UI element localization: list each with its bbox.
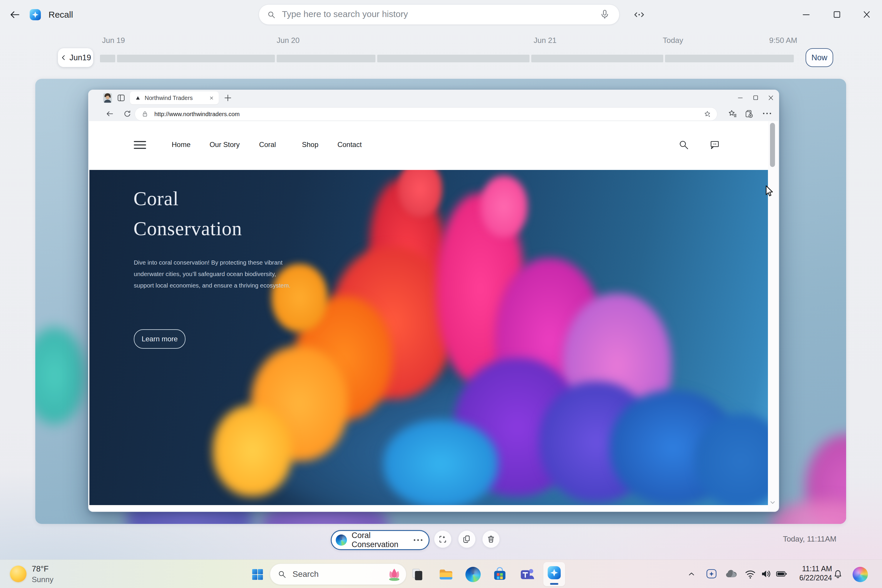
recall-logo-icon — [546, 564, 562, 581]
clock-date: 6/22/2024 — [794, 573, 832, 582]
app-icon-teams[interactable] — [519, 566, 536, 583]
recall-outline-icon — [705, 568, 718, 580]
delete-button[interactable] — [483, 531, 500, 548]
back-button[interactable] — [9, 9, 21, 21]
scroll-down-arrow-icon[interactable] — [770, 501, 775, 504]
browser-maximize-button[interactable] — [752, 94, 759, 101]
app-icon-edge[interactable] — [465, 566, 481, 583]
site-header: Home Our Story Coral Shop Contact — [89, 121, 778, 170]
scrollbar-thumb[interactable] — [770, 123, 775, 167]
site-menu-icon[interactable] — [133, 140, 147, 150]
tray-onedrive-icon[interactable] — [724, 567, 738, 580]
scrubber-icon — [633, 8, 646, 21]
site-favicon — [135, 95, 141, 100]
microphone-icon[interactable] — [600, 9, 610, 20]
nav-link-contact[interactable]: Contact — [338, 141, 362, 149]
tray-wifi-icon[interactable] — [744, 567, 757, 580]
browser-tab[interactable]: Northwind Traders — [130, 92, 219, 104]
hero-title-line2: Conservation — [134, 213, 242, 243]
browser-minimize-button[interactable] — [736, 94, 744, 101]
snapshot-footer-bar: Coral Conservation Today, 11:11AM — [0, 525, 882, 557]
close-icon — [861, 9, 873, 20]
timeline-segment[interactable] — [377, 55, 530, 62]
window-maximize-button[interactable] — [831, 9, 843, 20]
browser-back-icon[interactable] — [105, 110, 114, 118]
tray-volume-icon[interactable] — [760, 567, 772, 580]
pill-more-icon[interactable] — [413, 538, 423, 542]
nav-link-our-story[interactable]: Our Story — [210, 141, 240, 149]
timeline-date-label: Jun 20 — [277, 36, 300, 45]
nav-link-home[interactable]: Home — [172, 141, 190, 149]
jump-to-date-button[interactable]: Jun19 — [58, 48, 93, 67]
window-close-button[interactable] — [861, 9, 873, 20]
page-scrollbar[interactable] — [768, 121, 778, 511]
browser-refresh-icon[interactable] — [123, 110, 132, 118]
timeline-date-label: Today — [663, 36, 683, 45]
nav-link-shop[interactable]: Shop — [302, 141, 318, 149]
favorites-icon[interactable] — [728, 109, 737, 118]
timeline: Jun 19 Jun 20 Jun 21 Today 9:50 AM Jun19… — [0, 29, 882, 76]
weather-temp: 78°F — [32, 564, 48, 574]
app-icon-task-window[interactable] — [409, 566, 426, 583]
tray-recall-icon[interactable] — [705, 567, 718, 580]
timeline-segment[interactable] — [117, 55, 275, 62]
timeline-segment[interactable] — [100, 55, 115, 62]
recall-app-window: Recall Type here to search your history … — [0, 0, 882, 588]
plus-icon — [224, 93, 232, 102]
site-search-icon[interactable] — [678, 139, 689, 150]
coral-art — [480, 176, 527, 237]
app-icon-store[interactable] — [491, 566, 508, 583]
copy-button[interactable] — [458, 531, 476, 548]
now-button[interactable]: Now — [806, 48, 833, 67]
timeline-scrubber-button[interactable] — [633, 8, 646, 21]
chevron-left-icon — [60, 54, 67, 61]
copilot-button[interactable] — [851, 566, 869, 583]
app-icon-file-explorer[interactable] — [437, 566, 455, 583]
collections-icon[interactable] — [744, 109, 754, 118]
snapshot-source-pill[interactable]: Coral Conservation — [331, 530, 429, 550]
copy-icon — [462, 535, 471, 544]
minimize-icon — [800, 9, 812, 20]
lock-icon — [141, 111, 148, 118]
tray-battery-icon[interactable] — [774, 567, 789, 580]
bell-icon — [832, 568, 844, 580]
history-search-bar[interactable]: Type here to search your history — [259, 4, 620, 25]
search-icon — [267, 10, 276, 20]
snapshot-viewer[interactable]: Northwind Traders — [35, 79, 846, 524]
browser-toolbar: http://www.northwindtraders.com — [88, 106, 779, 121]
address-bar[interactable]: http://www.northwindtraders.com — [135, 107, 717, 121]
webpage-viewport: Home Our Story Coral Shop Contact — [89, 121, 778, 511]
browser-tab-strip: Northwind Traders — [88, 90, 779, 106]
learn-more-button[interactable]: Learn more — [134, 329, 186, 349]
new-tab-button[interactable] — [224, 93, 232, 102]
browser-window[interactable]: Northwind Traders — [88, 90, 779, 512]
tray-chevron-up[interactable] — [686, 568, 697, 579]
taskbar-search-box[interactable]: Search — [270, 564, 406, 585]
browser-menu-icon[interactable] — [762, 111, 772, 116]
recall-logo-icon — [28, 8, 42, 22]
timeline-segment[interactable] — [665, 55, 794, 62]
taskbar-clock[interactable]: 11:11 AM 6/22/2024 — [794, 564, 832, 582]
app-title: Recall — [48, 10, 73, 20]
browser-close-button[interactable] — [767, 94, 775, 101]
titlebar: Recall Type here to search your history — [0, 0, 882, 29]
timeline-track[interactable] — [0, 55, 882, 62]
window-minimize-button[interactable] — [800, 9, 812, 20]
browser-profile-avatar[interactable] — [102, 93, 113, 103]
timeline-segment[interactable] — [531, 55, 663, 62]
app-icon-recall-active[interactable] — [543, 562, 565, 586]
notification-bell-button[interactable] — [831, 567, 844, 580]
start-button[interactable] — [249, 566, 266, 583]
site-chat-icon[interactable] — [709, 139, 721, 150]
tab-close-icon[interactable] — [209, 96, 214, 100]
timeline-segment[interactable] — [277, 55, 375, 62]
click-to-do-button[interactable] — [434, 531, 451, 548]
add-favorite-icon[interactable] — [704, 110, 711, 118]
maximize-icon — [831, 9, 843, 20]
weather-widget[interactable]: 78°F Sunny — [6, 562, 94, 586]
lotus-flower-icon[interactable] — [386, 566, 402, 582]
nav-link-coral[interactable]: Coral — [259, 141, 276, 149]
workspaces-button[interactable] — [116, 93, 126, 103]
edge-icon — [465, 567, 481, 582]
learn-more-label: Learn more — [142, 335, 178, 343]
